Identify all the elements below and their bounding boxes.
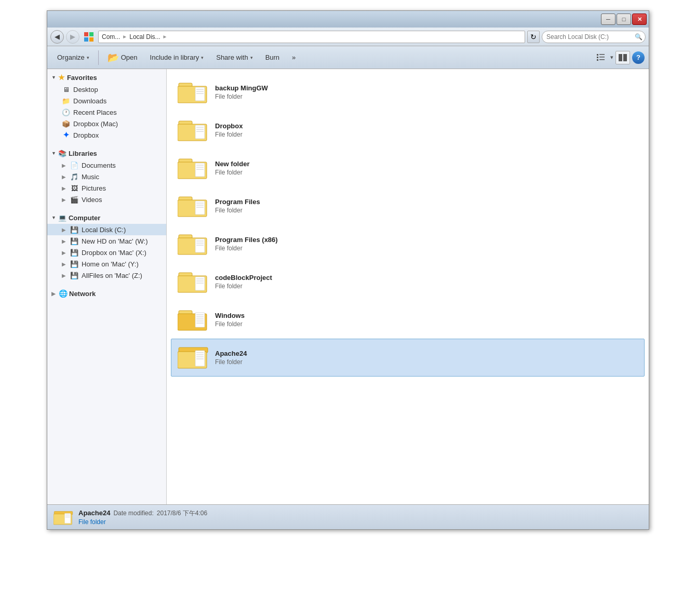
file-type-codeblock: File folder	[215, 283, 638, 290]
file-name-program-files-x86: Program Files (x86)	[215, 236, 638, 244]
more-button[interactable]: »	[286, 49, 301, 66]
sidebar-item-documents[interactable]: ▶ 📄 Documents	[47, 159, 166, 171]
burn-label: Burn	[265, 53, 279, 61]
sidebar-item-local-disk[interactable]: ▶ 💾 Local Disk (C:)	[47, 224, 166, 235]
computer-label: Computer	[69, 214, 100, 222]
sidebar-item-pictures-label: Pictures	[82, 184, 106, 192]
sidebar-item-new-hd[interactable]: ▶ 💾 New HD on 'Mac' (W:)	[47, 235, 166, 247]
sidebar-item-dropbox-mac-label: Dropbox (Mac)	[73, 120, 118, 128]
search-input[interactable]	[542, 31, 646, 43]
view-details-icon	[597, 53, 605, 62]
sidebar-item-home-y[interactable]: ▶ 💾 Home on 'Mac' (Y:)	[47, 258, 166, 270]
recent-places-icon: 🕐	[62, 108, 70, 116]
local-disk-expand-icon: ▶	[62, 227, 66, 233]
breadcrumb-localdisk[interactable]: Local Dis...	[129, 33, 160, 41]
back-button[interactable]: ◀	[50, 30, 64, 44]
libraries-section: ▼ 📚 Libraries ▶ 📄 Documents ▶ 🎵 Music ▶ …	[47, 147, 166, 205]
libraries-header[interactable]: ▼ 📚 Libraries	[47, 147, 166, 159]
svg-rect-10	[619, 54, 622, 61]
documents-expand-icon: ▶	[62, 163, 66, 168]
favorites-header[interactable]: ▼ ★ Favorites	[47, 71, 166, 84]
sidebar-item-new-hd-label: New HD on 'Mac' (W:)	[82, 237, 148, 245]
more-label: »	[292, 53, 296, 61]
svg-rect-3	[89, 37, 93, 42]
sidebar-item-dropbox[interactable]: ✦ Dropbox	[47, 129, 166, 141]
sidebar-item-downloads-label: Downloads	[73, 97, 106, 105]
file-type-dropbox: File folder	[215, 131, 638, 138]
refresh-button[interactable]: ↻	[527, 31, 540, 43]
status-file-type-label: File folder	[78, 518, 106, 526]
sidebar-item-recent-places[interactable]: 🕐 Recent Places	[47, 106, 166, 118]
minimize-button[interactable]: ─	[601, 14, 615, 25]
file-item-program-files-x86[interactable]: Program Files (x86) File folder	[171, 225, 645, 263]
folder-icon-program-files	[178, 192, 209, 220]
network-expand-icon: ▶	[51, 291, 56, 297]
file-name-program-files: Program Files	[215, 198, 638, 206]
share-with-button[interactable]: Share with ▾	[210, 49, 258, 66]
include-in-library-button[interactable]: Include in library ▾	[144, 49, 210, 66]
address-bar: ◀ ▶ Com... ► Local Dis... ► ↻ 🔍	[47, 28, 649, 46]
view-details-button[interactable]	[594, 51, 608, 64]
network-header[interactable]: ▶ 🌐 Network	[47, 287, 166, 300]
file-type-backup: File folder	[215, 93, 638, 100]
new-hd-icon: 💾	[70, 237, 78, 245]
search-icon[interactable]: 🔍	[635, 33, 643, 41]
sidebar-item-music[interactable]: ▶ 🎵 Music	[47, 171, 166, 182]
network-label: Network	[69, 290, 96, 298]
help-button[interactable]: ?	[632, 51, 645, 64]
desktop-icon: 🖥	[62, 85, 70, 93]
maximize-button[interactable]: □	[617, 14, 631, 25]
status-date-modified-value: 2017/8/6 下午4:06	[157, 509, 207, 518]
file-item-backup-mingw[interactable]: backup MingGW File folder	[171, 73, 645, 111]
open-button[interactable]: 📂 Open	[102, 49, 143, 66]
sidebar-item-dropbox-x[interactable]: ▶ 💾 Dropbox on 'Mac' (X:)	[47, 247, 166, 258]
file-type-program-files-x86: File folder	[215, 245, 638, 252]
sidebar-item-dropbox-x-label: Dropbox on 'Mac' (X:)	[82, 249, 146, 257]
computer-header[interactable]: ▼ 💻 Computer	[47, 211, 166, 224]
sidebar-item-allfiles-z[interactable]: ▶ 💾 AllFiles on 'Mac' (Z:)	[47, 270, 166, 281]
file-item-windows[interactable]: Windows File folder	[171, 301, 645, 339]
view-pane-button[interactable]	[615, 51, 630, 64]
folder-icon-codeblock	[178, 267, 209, 296]
content-area: backup MingGW File folder	[167, 69, 649, 504]
file-info-backup: backup MingGW File folder	[215, 84, 638, 100]
organize-button[interactable]: Organize ▾	[51, 49, 95, 66]
file-name-windows: Windows	[215, 312, 638, 319]
open-label: Open	[121, 53, 138, 61]
file-item-new-folder[interactable]: New folder File folder	[171, 149, 645, 187]
sidebar-item-desktop[interactable]: 🖥 Desktop	[47, 84, 166, 95]
svg-rect-6	[597, 57, 598, 58]
view-dropdown-icon[interactable]: ▾	[610, 54, 613, 61]
file-name-codeblock: codeBlockProject	[215, 274, 638, 282]
file-info-apache24: Apache24 File folder	[215, 350, 638, 366]
sidebar-item-local-disk-label: Local Disk (C:)	[82, 226, 126, 234]
forward-button[interactable]: ▶	[66, 30, 79, 44]
sidebar-item-pictures[interactable]: ▶ 🖼 Pictures	[47, 182, 166, 194]
folder-icon-dropbox	[178, 116, 209, 144]
file-item-codeblock[interactable]: codeBlockProject File folder	[171, 263, 645, 301]
share-with-label: Share with	[216, 53, 248, 61]
breadcrumb[interactable]: Com... ► Local Dis... ►	[98, 31, 525, 43]
sidebar-item-videos[interactable]: ▶ 🎬 Videos	[47, 194, 166, 205]
home-y-icon: 💾	[70, 260, 78, 268]
file-item-apache24[interactable]: Apache24 File folder	[171, 339, 645, 377]
file-info-dropbox: Dropbox File folder	[215, 122, 638, 138]
svg-rect-7	[599, 57, 605, 58]
network-icon: 🌐	[59, 289, 67, 298]
view-pane-icon	[619, 53, 627, 62]
breadcrumb-computer[interactable]: Com...	[102, 33, 120, 41]
burn-button[interactable]: Burn	[260, 49, 285, 66]
file-item-program-files[interactable]: Program Files File folder	[171, 187, 645, 225]
folder-icon-backup	[178, 78, 209, 106]
file-item-dropbox[interactable]: Dropbox File folder	[171, 111, 645, 149]
sidebar-item-downloads[interactable]: 📁 Downloads	[47, 95, 166, 106]
status-name: Apache24	[78, 509, 110, 517]
close-button[interactable]: ✕	[632, 14, 647, 25]
toolbar-separator-1	[98, 50, 99, 65]
computer-section: ▼ 💻 Computer ▶ 💾 Local Disk (C:) ▶ 💾 New…	[47, 211, 166, 281]
file-name-new-folder: New folder	[215, 160, 638, 168]
organize-label: Organize	[57, 53, 85, 61]
status-text-info: Apache24Date modified:2017/8/6 下午4:06Fil…	[78, 509, 207, 526]
sidebar-item-dropbox-mac[interactable]: 📦 Dropbox (Mac)	[47, 118, 166, 129]
status-bar: Apache24Date modified:2017/8/6 下午4:06Fil…	[47, 504, 649, 529]
